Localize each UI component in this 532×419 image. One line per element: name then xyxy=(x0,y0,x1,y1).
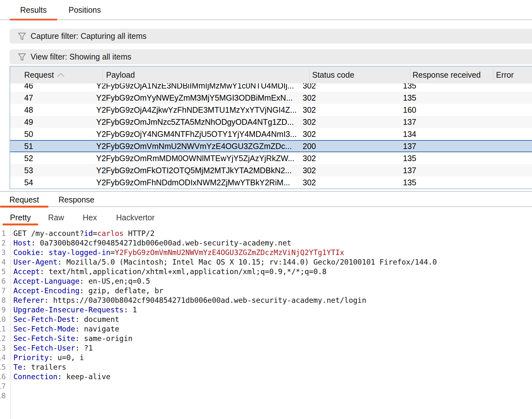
message-tabbar-divider xyxy=(0,206,532,207)
column-header-response-received-label: Response received xyxy=(413,70,481,80)
table-row[interactable]: 46Y2FybG9zOjA1NzE3NDBiIMmIjMzMwY1c0NTU4M… xyxy=(10,83,532,92)
column-separator[interactable] xyxy=(410,68,410,82)
line-number: 12 xyxy=(0,334,6,343)
editor-line: 16Connection: keep-alive xyxy=(0,372,532,381)
line-text: Host: 0a7300b8042cf904854271db006e00ad.w… xyxy=(13,238,291,248)
cell-payload: Y2FybG9zOmFkOTI2OTQ5MjM2MTJkYTA2MDBkN2..… xyxy=(96,166,305,175)
table-row[interactable]: 51Y2FybG9zOmVmNmU2NWVmYzE4OGU3ZGZmZDc...… xyxy=(10,140,532,152)
tab-positions-label: Positions xyxy=(68,5,101,15)
cell-response-received: 137 xyxy=(403,117,483,127)
line-number: 13 xyxy=(0,343,6,353)
cell-status-code: 302 xyxy=(303,93,398,103)
tab-hackvertor[interactable]: Hackvertor xyxy=(111,210,159,225)
pane-splitter[interactable] xyxy=(0,191,532,192)
request-editor[interactable]: 1GET /my-account?id=carlos HTTP/22Host: … xyxy=(0,227,532,419)
cell-status-code: 302 xyxy=(303,117,398,127)
line-text: Sec-Fetch-Dest: document xyxy=(13,315,119,324)
line-text: Sec-Fetch-User: ?1 xyxy=(13,343,93,353)
tab-results[interactable]: Results xyxy=(10,0,57,20)
editor-line: 10Sec-Fetch-Dest: document xyxy=(0,315,532,324)
editor-line: 6Accept-Language: en-US,en;q=0.5 xyxy=(0,276,532,286)
tab-raw-label: Raw xyxy=(48,213,64,222)
column-header-payload-label: Payload xyxy=(106,70,135,80)
tab-raw[interactable]: Raw xyxy=(43,210,69,225)
cell-payload: Y2FybG9zOmFhNDdmODIxNWM2ZjMwYTBkY2RiM... xyxy=(96,178,305,187)
table-row[interactable]: 54Y2FybG9zOmFhNDdmODIxNWM2ZjMwYTBkY2RiM.… xyxy=(10,176,532,188)
column-header-error[interactable]: Error xyxy=(496,67,514,83)
cell-response-received: 134 xyxy=(403,130,483,139)
cell-request: 52 xyxy=(24,154,88,163)
editor-line: 15Te: trailers xyxy=(0,362,532,372)
tab-hex-label: Hex xyxy=(83,213,97,222)
tab-positions[interactable]: Positions xyxy=(62,0,107,20)
line-text: Sec-Fetch-Mode: navigate xyxy=(13,324,119,334)
column-header-status-code[interactable]: Status code xyxy=(312,67,354,83)
column-separator[interactable] xyxy=(103,68,103,82)
line-number: 8 xyxy=(0,295,6,305)
table-row[interactable]: 47Y2FybG9zOmYyNWEyZmM3MjY5MGI3ODBiMmExN.… xyxy=(10,92,532,104)
editor-line: 14Priority: u=0, i xyxy=(0,353,532,362)
table-row[interactable]: 53Y2FybG9zOmFkOTI2OTQ5MjM2MTJkYTA2MDBkN2… xyxy=(10,164,532,176)
line-number: 10 xyxy=(0,315,6,324)
column-separator[interactable] xyxy=(493,68,494,82)
column-header-response-received[interactable]: Response received xyxy=(413,67,481,83)
cell-status-code: 302 xyxy=(303,130,398,139)
cell-payload: Y2FybG9zOmYyNWEyZmM3MjY5MGI3ODBiMmExN... xyxy=(96,93,305,103)
filter-funnel-icon xyxy=(18,32,26,40)
line-number: 11 xyxy=(0,324,6,334)
cell-status-code: 302 xyxy=(303,105,398,115)
cell-request: 50 xyxy=(24,130,88,139)
line-number: 14 xyxy=(0,353,6,362)
editor-line: 5Accept: text/html,application/xhtml+xml… xyxy=(0,267,532,276)
view-filter-bar[interactable]: View filter: Showing all items xyxy=(10,49,532,64)
editor-line: 18 xyxy=(0,391,532,401)
table-row[interactable]: 48Y2FybG9zOjA4ZjkwYzFhNDE3MTU1MzYxYTVjNG… xyxy=(10,104,532,116)
cell-status-code: 302 xyxy=(303,166,398,175)
results-table-body[interactable]: 46Y2FybG9zOjA1NzE3NDBiIMmIjMzMwY1c0NTU4M… xyxy=(10,83,532,188)
results-table-header: Request Payload Status code Response rec… xyxy=(10,67,532,84)
line-number: 18 xyxy=(0,391,6,401)
results-positions-tabbar: Results Positions xyxy=(0,0,532,20)
cell-status-code: 302 xyxy=(303,154,398,163)
burp-intruder-attack-window: Results Positions Capture filter: Captur… xyxy=(0,0,532,419)
tab-response[interactable]: Response xyxy=(51,193,102,207)
cell-payload: Y2FybG9zOmJmNzc5ZTA5MzNhODgyODA4NTg1ZD..… xyxy=(96,117,305,127)
line-number: 3 xyxy=(0,248,6,257)
table-row[interactable]: 49Y2FybG9zOmJmNzc5ZTA5MzNhODgyODA4NTg1ZD… xyxy=(10,116,532,128)
column-header-request[interactable]: Request xyxy=(24,67,63,83)
cell-payload: Y2FybG9zOmRmMDM0OWNlMTEwYjY5ZjAzYjRkZW..… xyxy=(96,154,305,163)
tab-request[interactable]: Request xyxy=(0,193,48,207)
capture-filter-bar[interactable]: Capture filter: Capturing all items xyxy=(10,29,532,44)
editor-view-tabbar: Pretty Raw Hex Hackvertor xyxy=(0,210,532,226)
cell-payload: Y2FybG9zOjA1NzE3NDBiIMmIjMzMwY1c0NTU4MDI… xyxy=(96,83,305,90)
cell-response-received: 135 xyxy=(403,93,483,103)
tab-results-label: Results xyxy=(20,5,47,15)
column-separator[interactable] xyxy=(309,68,310,82)
cell-status-code: 200 xyxy=(303,142,398,151)
message-tabbar: Request Response xyxy=(0,193,532,207)
column-header-payload[interactable]: Payload xyxy=(106,67,135,83)
cell-status-code: 302 xyxy=(303,178,398,187)
line-number: 16 xyxy=(0,372,6,381)
line-text: Connection: keep-alive xyxy=(13,372,111,381)
tab-pretty[interactable]: Pretty xyxy=(3,210,38,225)
cell-response-received: 137 xyxy=(403,142,483,151)
cell-request: 47 xyxy=(24,93,88,103)
editor-line: 2Host: 0a7300b8042cf904854271db006e00ad.… xyxy=(0,238,532,248)
line-text: Referer: https://0a7300b8042cf904854271d… xyxy=(13,295,366,305)
line-text: User-Agent: Mozilla/5.0 (Macintosh; Inte… xyxy=(13,257,437,267)
cell-request: 49 xyxy=(24,117,88,127)
line-number: 9 xyxy=(0,305,6,315)
editor-line: 7Accept-Encoding: gzip, deflate, br xyxy=(0,286,532,295)
line-number: 5 xyxy=(0,267,6,276)
results-table: Request Payload Status code Response rec… xyxy=(10,66,532,189)
tabbar-divider xyxy=(0,19,532,20)
editor-line: 1GET /my-account?id=carlos HTTP/2 xyxy=(0,229,532,238)
capture-filter-label: Capture filter: Capturing all items xyxy=(31,32,147,41)
line-text: Sec-Fetch-Site: same-origin xyxy=(13,334,133,343)
editor-line: 4User-Agent: Mozilla/5.0 (Macintosh; Int… xyxy=(0,257,532,267)
view-filter-label: View filter: Showing all items xyxy=(31,52,131,61)
tab-hex[interactable]: Hex xyxy=(77,210,103,225)
table-row[interactable]: 50Y2FybG9zOjY4NGM4NTFhZjU5OTY1YjY4MDA4Nm… xyxy=(10,128,532,140)
table-row[interactable]: 52Y2FybG9zOmRmMDM0OWNlMTEwYjY5ZjAzYjRkZW… xyxy=(10,152,532,164)
